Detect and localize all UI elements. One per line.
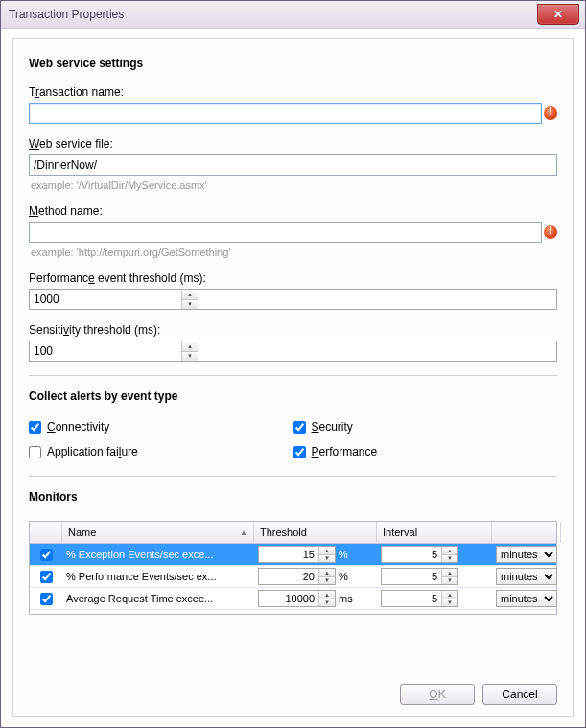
row-transaction-name [29,103,557,124]
spin-down-icon[interactable]: ▼ [442,599,457,607]
row-check-cell [30,566,62,587]
spin-down-icon[interactable]: ▼ [319,577,335,585]
label-sensitivity-threshold: Sensitivity threshold (ms): [29,323,557,337]
row-check-cell [30,588,62,609]
checkbox-security-input[interactable] [293,421,306,434]
spin-down-icon[interactable]: ▼ [182,352,198,362]
divider [29,476,557,477]
row-threshold-input[interactable] [259,569,318,584]
error-icon [544,225,557,239]
row-name: % Exception Events/sec exce... [62,544,254,565]
checkbox-performance[interactable]: Performance [293,445,558,458]
row-method-name [29,222,557,243]
row-interval-unit-select[interactable]: minutes [496,590,557,607]
close-icon: ✕ [553,8,563,21]
row-threshold-unit: ms [339,593,360,604]
checkbox-security[interactable]: Security [293,420,558,434]
section-monitors: Monitors [29,490,557,504]
row-checkbox[interactable] [40,549,53,561]
row-interval-unit-cell: minutes [492,544,561,565]
spin-up-icon[interactable]: ▲ [442,569,457,577]
checkbox-application-failure[interactable]: Application failure [29,445,293,458]
row-interval-unit-cell: minutes [492,566,561,587]
row-name: Average Request Time excee... [62,588,254,609]
label-web-service-file: Web service file: [29,137,557,151]
row-threshold-spinner[interactable]: ▲▼ [258,568,336,585]
row-threshold-input[interactable] [259,547,318,562]
error-icon [544,106,557,120]
row-checkbox[interactable] [40,593,53,605]
row-interval-spinner[interactable]: ▲▼ [381,568,458,585]
checkbox-connectivity[interactable]: Connectivity [29,420,293,434]
hint-method-name: example: 'http://tempuri.org/GetSomethin… [31,247,557,258]
section-web-service-settings: Web service settings [29,57,557,70]
row-threshold-unit: % [339,549,360,560]
close-button[interactable]: ✕ [537,4,579,25]
spin-down-icon[interactable]: ▼ [319,599,335,607]
monitors-table: Name ▲ Threshold Interval % Exception Ev… [29,521,557,615]
performance-threshold-input[interactable] [30,290,181,309]
spin-up-icon[interactable]: ▲ [182,290,198,300]
sensitivity-threshold-spinner[interactable]: ▲ ▼ [29,341,557,362]
row-threshold-spinner[interactable]: ▲▼ [258,590,336,607]
spin-down-icon[interactable]: ▼ [442,555,457,563]
method-name-input[interactable] [29,222,542,243]
web-service-file-input[interactable] [29,154,557,176]
monitors-header-unit [492,522,561,543]
monitors-header-threshold[interactable]: Threshold [254,522,377,543]
window-title: Transaction Properties [9,8,124,21]
dialog-window: Transaction Properties ✕ Web service set… [0,0,586,728]
monitors-header-check[interactable] [30,522,62,543]
spin-up-icon[interactable]: ▲ [319,547,335,555]
row-interval-input[interactable] [382,569,441,584]
row-threshold-unit: % [339,571,360,582]
spin-up-icon[interactable]: ▲ [442,591,457,599]
label-performance-threshold: Performance event threshold (ms): [29,271,557,285]
spin-down-icon[interactable]: ▼ [442,577,457,585]
monitors-header-name[interactable]: Name ▲ [62,522,254,543]
label-method-name: Method name: [29,204,557,218]
monitors-header-row: Name ▲ Threshold Interval [30,522,556,544]
checkbox-connectivity-input[interactable] [29,421,41,434]
spin-up-icon[interactable]: ▲ [319,591,335,599]
spin-down-icon[interactable]: ▼ [319,555,335,563]
checkbox-application-failure-input[interactable] [29,446,41,458]
row-threshold-cell: ▲▼% [254,544,377,565]
table-row[interactable]: % Exception Events/sec exce...▲▼%▲▼minut… [30,544,556,566]
row-interval-unit-select[interactable]: minutes [496,568,557,585]
row-threshold-cell: ▲▼ms [254,588,377,609]
sensitivity-threshold-input[interactable] [30,341,181,361]
row-interval-input[interactable] [382,547,441,562]
row-check-cell [30,544,62,565]
row-interval-unit-select[interactable]: minutes [496,546,557,563]
ok-button[interactable]: OK [400,684,475,705]
row-interval-spinner[interactable]: ▲▼ [381,590,458,607]
spin-up-icon[interactable]: ▲ [182,341,198,352]
row-interval-unit-cell: minutes [492,588,561,609]
dialog-footer: OK Cancel [29,674,557,705]
content-area: Web service settings Transaction name: W… [1,29,585,727]
main-panel: Web service settings Transaction name: W… [12,38,574,717]
divider [29,375,557,376]
hint-web-service-file: example: '/VirtualDir/MyService.asmx' [31,179,557,191]
row-checkbox[interactable] [40,571,53,583]
table-row[interactable]: % Performance Events/sec ex...▲▼%▲▼minut… [30,566,556,588]
row-interval-spinner[interactable]: ▲▼ [381,546,458,563]
spin-down-icon[interactable]: ▼ [182,300,198,310]
row-interval-input[interactable] [382,591,441,606]
row-threshold-input[interactable] [259,591,318,606]
table-row[interactable]: Average Request Time excee...▲▼ms▲▼minut… [30,588,556,610]
monitors-header-interval[interactable]: Interval [377,522,492,543]
row-interval-cell: ▲▼ [377,566,492,587]
transaction-name-input[interactable] [29,103,542,124]
spin-buttons: ▲ ▼ [181,290,198,309]
row-threshold-spinner[interactable]: ▲▼ [258,546,336,563]
titlebar: Transaction Properties ✕ [1,1,585,29]
checkbox-performance-input[interactable] [293,446,306,458]
sort-asc-icon: ▲ [240,528,247,537]
section-collect-alerts: Collect alerts by event type [29,389,557,403]
cancel-button[interactable]: Cancel [482,684,557,705]
performance-threshold-spinner[interactable]: ▲ ▼ [29,289,557,310]
spin-up-icon[interactable]: ▲ [442,547,457,555]
spin-up-icon[interactable]: ▲ [319,569,335,577]
